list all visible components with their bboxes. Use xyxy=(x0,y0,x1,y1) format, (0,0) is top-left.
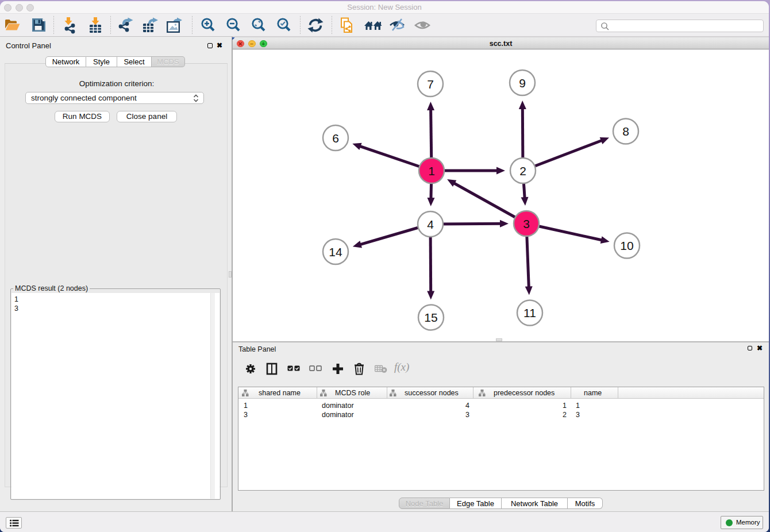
svg-text:10: 10 xyxy=(620,239,633,252)
svg-text:7: 7 xyxy=(427,78,434,91)
svg-text:9: 9 xyxy=(519,76,526,90)
svg-text:14: 14 xyxy=(329,245,342,259)
svg-text:15: 15 xyxy=(424,311,437,324)
svg-text:6: 6 xyxy=(332,132,339,145)
svg-text:8: 8 xyxy=(622,125,629,138)
svg-text:2: 2 xyxy=(519,164,526,178)
svg-text:3: 3 xyxy=(523,217,530,230)
svg-text:1: 1 xyxy=(428,164,435,178)
svg-text:4: 4 xyxy=(427,218,434,231)
svg-text:11: 11 xyxy=(523,306,536,319)
